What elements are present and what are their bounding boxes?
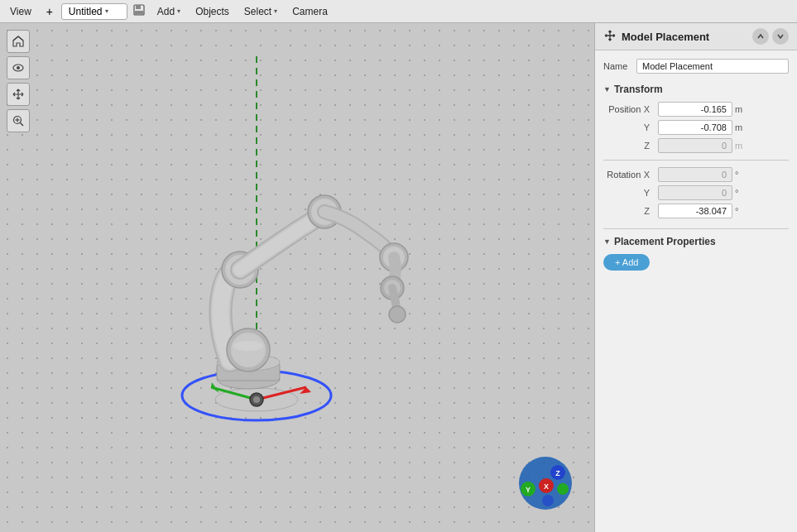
untitled-label: Untitled	[69, 6, 103, 17]
transform-section: ▼ Transform Position X m	[603, 84, 789, 218]
menu-camera[interactable]: Camera	[286, 4, 334, 19]
rotation-y-row: Y °	[603, 185, 789, 200]
panel-body: Name ▼ Transform Position X	[595, 50, 797, 532]
robot-arm-container	[50, 56, 463, 486]
move-icon	[12, 88, 25, 101]
position-z-unit: m	[735, 141, 747, 151]
name-label: Name	[603, 61, 636, 71]
navigation-gizmo[interactable]: Y X Z	[516, 454, 574, 512]
svg-marker-16	[211, 382, 219, 393]
select-dropdown-arrow: ▾	[274, 7, 277, 15]
untitled-dropdown-arrow: ▾	[105, 7, 108, 15]
viewport[interactable]: Y X Z	[0, 23, 594, 532]
placement-section-header[interactable]: ▼ Placement Properties	[603, 236, 789, 247]
position-y-row: Y m	[603, 120, 789, 135]
placement-label: Placement Properties	[614, 236, 716, 247]
menu-objects[interactable]: Objects	[189, 4, 236, 19]
menu-select[interactable]: Select ▾	[238, 4, 284, 19]
home-view-button[interactable]	[7, 30, 30, 53]
right-panel: Model Placement Name	[594, 23, 797, 532]
menu-view[interactable]: View	[3, 4, 38, 19]
rotation-z-unit: °	[735, 206, 747, 216]
svg-line-6	[21, 123, 24, 127]
rotation-y-input[interactable]	[658, 185, 732, 200]
rotation-z-axis-label: Z	[644, 206, 650, 216]
position-group: Position X m Y m	[603, 102, 789, 153]
position-x-label: X	[644, 104, 650, 114]
zoom-icon	[12, 114, 25, 127]
svg-point-4	[17, 66, 20, 69]
svg-text:Z: Z	[555, 469, 560, 477]
svg-text:Y: Y	[526, 486, 531, 494]
rotation-y-unit: °	[735, 188, 747, 198]
position-y-input[interactable]	[658, 120, 732, 135]
rotation-z-input[interactable]	[658, 204, 732, 218]
view-toggle-button[interactable]	[7, 56, 30, 79]
name-input[interactable]	[636, 59, 789, 74]
position-label: Position	[608, 104, 641, 114]
position-z-axis-label: Z	[644, 141, 650, 151]
view-label: View	[10, 6, 31, 17]
position-x-row: Position X m	[603, 102, 789, 117]
plus-icon: +	[46, 5, 53, 18]
svg-rect-1	[136, 5, 141, 9]
add-btn-label: + Add	[615, 257, 638, 267]
untitled-dropdown[interactable]: Untitled ▾	[61, 3, 127, 20]
add-label: Add	[157, 6, 175, 17]
position-x-input[interactable]	[658, 102, 732, 117]
zoom-tool-button[interactable]	[7, 109, 30, 132]
rotation-z-row: Z °	[603, 204, 789, 218]
main-content: Y X Z M	[0, 23, 797, 532]
menu-add[interactable]: Add ▾	[151, 4, 187, 19]
rotation-x-input[interactable]	[658, 167, 732, 182]
position-y-unit: m	[735, 122, 747, 132]
home-icon	[12, 35, 25, 48]
rotation-x-label: X	[644, 170, 650, 180]
placement-triangle-icon: ▼	[603, 237, 611, 246]
svg-rect-2	[135, 11, 143, 15]
move-tool-button[interactable]	[7, 83, 30, 106]
nav-gizmo-svg: Y X Z	[516, 454, 574, 512]
svg-point-32	[389, 306, 406, 323]
move-cross-icon	[603, 29, 617, 45]
rotation-x-row: Rotation X °	[603, 167, 789, 182]
position-z-row: Z m	[603, 138, 789, 153]
panel-up-button[interactable]	[752, 28, 769, 45]
rotation-x-unit: °	[735, 170, 747, 180]
select-label: Select	[244, 6, 271, 17]
add-dropdown-arrow: ▾	[177, 7, 180, 15]
rotation-y-axis-label: Y	[644, 188, 650, 198]
panel-header-icons	[752, 28, 789, 45]
transform-section-header[interactable]: ▼ Transform	[603, 84, 789, 95]
save-icon-btn[interactable]	[129, 2, 149, 22]
separator-1	[603, 160, 789, 161]
svg-text:X: X	[544, 482, 549, 491]
chevron-up-icon	[756, 32, 765, 41]
position-y-axis-label: Y	[644, 122, 650, 132]
menubar: View + Untitled ▾ Add ▾ Objects Select ▾…	[0, 0, 797, 23]
position-z-input[interactable]	[658, 138, 732, 153]
panel-header: Model Placement	[595, 23, 797, 50]
rotation-group: Rotation X ° Y °	[603, 167, 789, 218]
objects-label: Objects	[195, 6, 229, 17]
eye-icon	[12, 61, 25, 74]
svg-point-43	[557, 483, 569, 495]
add-placement-button[interactable]: + Add	[603, 254, 650, 271]
add-icon-btn[interactable]: +	[40, 2, 60, 22]
placement-section: ▼ Placement Properties + Add	[603, 236, 789, 271]
transform-label: Transform	[614, 84, 663, 95]
panel-title-text: Model Placement	[622, 31, 709, 43]
left-toolbar	[7, 30, 30, 132]
camera-label: Camera	[292, 6, 328, 17]
transform-triangle-icon: ▼	[603, 85, 611, 93]
panel-title: Model Placement	[603, 29, 709, 45]
rotation-label: Rotation	[607, 170, 641, 180]
robot-arm-svg	[50, 56, 463, 495]
separator-2	[603, 228, 789, 229]
save-icon	[132, 3, 146, 19]
chevron-down-icon	[776, 32, 785, 41]
panel-down-button[interactable]	[772, 28, 789, 45]
position-x-unit: m	[735, 104, 747, 114]
svg-point-35	[233, 341, 263, 351]
svg-point-18	[253, 396, 260, 403]
